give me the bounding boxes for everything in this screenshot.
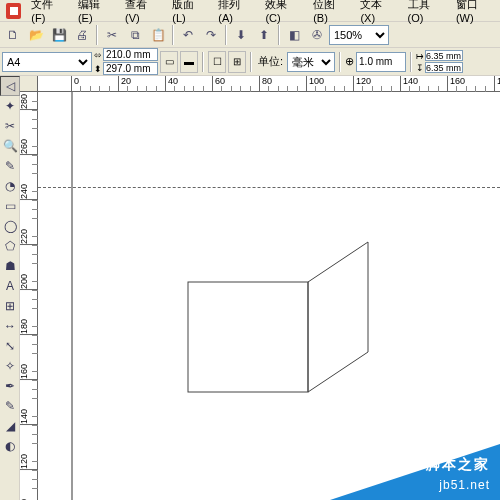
menu-bitmap[interactable]: 位图(B) [307, 0, 354, 26]
svg-rect-0 [188, 282, 308, 392]
connector-tool-icon[interactable]: ⤡ [0, 336, 20, 356]
menu-view[interactable]: 查看(V) [119, 0, 166, 26]
fill-tool-icon[interactable]: ◢ [0, 416, 20, 436]
separator [172, 25, 174, 45]
separator [225, 25, 227, 45]
smart-fill-icon[interactable]: ◔ [0, 176, 20, 196]
interactive-fill-icon[interactable]: ◐ [0, 436, 20, 456]
page-dimensions: ⬄ ⬍ [94, 48, 158, 75]
guideline-horizontal[interactable] [38, 187, 500, 188]
import-icon[interactable]: ⬇ [230, 24, 252, 46]
save-icon[interactable]: 💾 [48, 24, 70, 46]
outline-tool-icon[interactable]: ✎ [0, 396, 20, 416]
print-icon[interactable]: 🖨 [71, 24, 93, 46]
menu-window[interactable]: 窗口(W) [450, 0, 500, 26]
units-label: 单位: [256, 54, 285, 69]
drawn-box-shape[interactable] [178, 232, 378, 404]
polygon-tool-icon[interactable]: ⬠ [0, 236, 20, 256]
menu-edit[interactable]: 编辑(E) [72, 0, 119, 26]
ellipse-tool-icon[interactable]: ◯ [0, 216, 20, 236]
property-bar: A4 ⬄ ⬍ ▭ ▬ ☐ ⊞ 单位: 毫米 ⊕ ↦ ↧ [0, 48, 500, 76]
dup-x-icon: ↦ [416, 51, 424, 61]
drawing-canvas[interactable] [38, 92, 500, 500]
separator [410, 52, 412, 72]
shape-tool-icon[interactable]: ✦ [0, 96, 20, 116]
nudge-distance-input[interactable] [356, 52, 406, 72]
ruler-horizontal[interactable]: 020406080100120140160180 [38, 76, 500, 92]
nudge-icon: ⊕ [345, 55, 354, 68]
landscape-button[interactable]: ▬ [180, 51, 198, 73]
watermark: 脚本之家 jb51.net [330, 444, 500, 500]
menu-bar: 文件(F) 编辑(E) 查看(V) 版面(L) 排列(A) 效果(C) 位图(B… [0, 0, 500, 22]
duplicate-offset: ↦ ↧ [416, 50, 463, 73]
page-layout-icon[interactable]: ☐ [208, 51, 226, 73]
ruler-origin[interactable] [20, 76, 38, 92]
table-tool-icon[interactable]: ⊞ [0, 296, 20, 316]
separator [202, 52, 204, 72]
open-icon[interactable]: 📂 [25, 24, 47, 46]
eyedropper-tool-icon[interactable]: ✒ [0, 376, 20, 396]
watermark-title: 脚本之家 [426, 456, 490, 474]
new-icon[interactable]: 🗋 [2, 24, 24, 46]
page-boundary [71, 92, 73, 500]
zoom-tool-icon[interactable]: 🔍 [0, 136, 20, 156]
dup-y-input[interactable] [425, 62, 463, 73]
redo-icon[interactable]: ↷ [200, 24, 222, 46]
page-width-input[interactable] [103, 48, 158, 61]
menu-tools[interactable]: 工具(O) [402, 0, 450, 26]
separator [339, 52, 341, 72]
menu-effects[interactable]: 效果(C) [259, 0, 307, 26]
dimension-tool-icon[interactable]: ↔ [0, 316, 20, 336]
menu-arrange[interactable]: 排列(A) [212, 0, 259, 26]
width-icon: ⬄ [94, 50, 102, 60]
text-tool-icon[interactable]: A [0, 276, 20, 296]
rectangle-tool-icon[interactable]: ▭ [0, 196, 20, 216]
page-height-input[interactable] [103, 62, 158, 75]
separator [278, 25, 280, 45]
paper-size-select[interactable]: A4 [2, 52, 92, 72]
zoom-level-select[interactable]: 150% [329, 25, 389, 45]
undo-icon[interactable]: ↶ [177, 24, 199, 46]
interactive-tool-icon[interactable]: ✧ [0, 356, 20, 376]
separator [96, 25, 98, 45]
app-icon [6, 3, 21, 19]
dup-y-icon: ↧ [416, 63, 424, 73]
corel-online-icon[interactable]: ✇ [306, 24, 328, 46]
menu-text[interactable]: 文本(X) [354, 0, 401, 26]
portrait-button[interactable]: ▭ [160, 51, 178, 73]
app-launcher-icon[interactable]: ◧ [283, 24, 305, 46]
toolbox: ◁ ✦ ✂ 🔍 ✎ ◔ ▭ ◯ ⬠ ☗ A ⊞ ↔ ⤡ ✧ ✒ ✎ ◢ ◐ [0, 76, 20, 500]
copy-icon[interactable]: ⧉ [124, 24, 146, 46]
freehand-tool-icon[interactable]: ✎ [0, 156, 20, 176]
cut-icon[interactable]: ✂ [101, 24, 123, 46]
page-layout2-icon[interactable]: ⊞ [228, 51, 246, 73]
svg-marker-1 [308, 242, 368, 392]
export-icon[interactable]: ⬆ [253, 24, 275, 46]
separator [250, 52, 252, 72]
height-icon: ⬍ [94, 64, 102, 74]
pick-tool-icon[interactable]: ◁ [0, 76, 20, 96]
watermark-url: jb51.net [439, 478, 490, 492]
menu-layout[interactable]: 版面(L) [166, 0, 212, 26]
menu-file[interactable]: 文件(F) [25, 0, 72, 26]
units-select[interactable]: 毫米 [287, 52, 335, 72]
crop-tool-icon[interactable]: ✂ [0, 116, 20, 136]
paste-icon[interactable]: 📋 [147, 24, 169, 46]
ruler-vertical[interactable]: 280260240220200180160140120100 [20, 92, 38, 500]
basic-shapes-icon[interactable]: ☗ [0, 256, 20, 276]
dup-x-input[interactable] [425, 50, 463, 61]
